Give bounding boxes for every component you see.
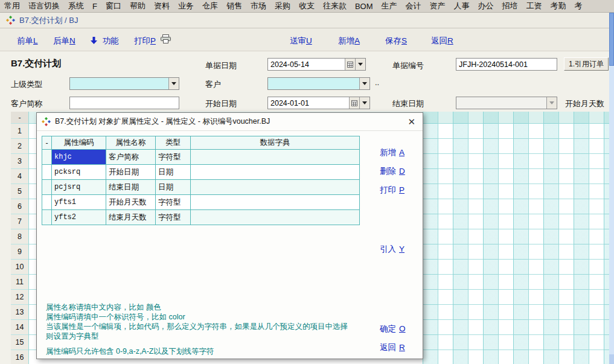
row-number[interactable]: 14 (11, 320, 28, 335)
attr-dict-cell[interactable] (191, 165, 360, 180)
attr-name-cell[interactable]: 开始月天数 (106, 195, 156, 210)
start-date-input[interactable] (268, 97, 349, 109)
scrollbar-down-arrow[interactable] (609, 354, 614, 364)
attr-name-cell[interactable]: 结束月天数 (106, 210, 156, 225)
row-number[interactable]: 9 (11, 244, 28, 260)
return-button[interactable]: 返回R (431, 36, 453, 46)
attr-name-cell[interactable]: 客户简称 (106, 150, 156, 165)
menu-item[interactable]: 往来款 (319, 1, 351, 11)
menu-item[interactable]: 市场 (246, 1, 270, 11)
menu-item[interactable]: 采购 (270, 1, 295, 11)
customer-lookup-button[interactable]: .. (375, 78, 379, 87)
menu-item[interactable]: 工资 (522, 1, 546, 11)
menu-item[interactable]: 会计 (401, 1, 426, 11)
row-number[interactable]: 13 (11, 305, 28, 320)
attr-dict-cell[interactable] (191, 180, 360, 195)
attr-type-cell[interactable]: 字符型 (156, 195, 191, 210)
ref-order-button[interactable]: 1.引用订单 (564, 57, 609, 71)
menu-item[interactable]: 帮助 (126, 1, 150, 11)
vertical-scrollbar[interactable] (609, 13, 614, 364)
dropdown-arrow-button[interactable] (359, 78, 369, 89)
menu-item[interactable]: 语言切换 (24, 1, 64, 11)
scrollbar-thumb[interactable] (609, 13, 614, 66)
customer-combo[interactable] (267, 77, 370, 90)
next-doc-button[interactable]: 后单N (53, 36, 75, 46)
close-icon[interactable]: ✕ (408, 117, 415, 127)
print-button[interactable]: 打印P (134, 36, 156, 46)
row-marker-cell[interactable] (42, 180, 52, 195)
row-number[interactable]: 16 (11, 350, 28, 364)
table-row[interactable]: pcjsrq结束日期日期 (42, 180, 360, 195)
calendar-icon-button[interactable] (349, 97, 359, 109)
menu-item[interactable]: 系统 (64, 1, 88, 11)
menu-item[interactable]: 招培 (498, 1, 522, 11)
tab-title[interactable]: B7.交付计划 / BJ (19, 15, 78, 26)
table-row[interactable]: pcksrq开始日期日期 (42, 165, 360, 180)
calendar-icon-button[interactable] (345, 59, 355, 70)
doc-no-input[interactable] (456, 59, 557, 70)
customer-short-input[interactable] (70, 97, 179, 109)
attr-code-cell[interactable]: yfts1 (52, 195, 106, 210)
prev-doc-button[interactable]: 前单L (17, 36, 38, 46)
parent-type-combo[interactable] (69, 77, 179, 90)
menu-item[interactable]: 资料 (150, 1, 174, 11)
menu-item[interactable]: 常用 (0, 1, 24, 11)
add-button[interactable]: 新增A (338, 36, 360, 46)
dropdown-arrow-button[interactable] (546, 97, 557, 109)
row-number[interactable]: 7 (11, 214, 28, 229)
attr-code-cell[interactable]: khjc (52, 150, 106, 165)
row-number[interactable]: 12 (11, 290, 28, 305)
doc-date-input[interactable] (268, 59, 345, 70)
menu-item[interactable]: F (88, 2, 101, 11)
row-number[interactable]: 4 (11, 169, 28, 184)
row-number[interactable]: 15 (11, 335, 28, 350)
attr-code-cell[interactable]: pcjsrq (52, 180, 106, 195)
functions-button[interactable]: 功能 (91, 36, 119, 46)
row-number[interactable]: 6 (11, 199, 28, 214)
row-number[interactable]: 11 (11, 275, 28, 290)
row-number[interactable]: 3 (11, 154, 28, 169)
table-row[interactable]: khjc客户简称字符型 (42, 150, 360, 165)
attr-type-cell[interactable]: 日期 (156, 180, 191, 195)
menu-item[interactable]: 收支 (295, 1, 319, 11)
end-date-combo[interactable] (456, 97, 557, 109)
attr-dict-cell[interactable] (191, 210, 360, 225)
row-number[interactable]: 5 (11, 184, 28, 199)
menu-item[interactable]: 仓库 (198, 1, 222, 11)
attr-type-cell[interactable]: 日期 (156, 165, 191, 180)
dialog-import-button[interactable]: 引入Y (380, 244, 405, 255)
dropdown-arrow-button[interactable] (168, 78, 179, 89)
attr-dict-cell[interactable] (191, 150, 360, 165)
dialog-print-button[interactable]: 打印P (380, 185, 405, 196)
save-button[interactable]: 保存S (385, 36, 407, 46)
row-number[interactable]: 2 (11, 139, 28, 154)
row-number[interactable]: 10 (11, 260, 28, 275)
attr-type-cell[interactable]: 字符型 (156, 210, 191, 225)
dialog-return-button[interactable]: 返回R (380, 342, 405, 353)
grid-corner-cell[interactable]: - (11, 112, 28, 124)
menu-item[interactable]: 窗口 (101, 1, 126, 11)
row-number[interactable]: 1 (11, 124, 28, 139)
dropdown-arrow-button[interactable] (355, 59, 365, 70)
row-marker-cell[interactable] (42, 210, 52, 225)
attr-name-cell[interactable]: 结束日期 (106, 180, 156, 195)
dialog-ok-button[interactable]: 确定O (380, 324, 406, 334)
table-row[interactable]: yfts2结束月天数字符型 (42, 210, 360, 225)
menu-item[interactable]: 业务 (174, 1, 198, 11)
dialog-delete-button[interactable]: 删除D (380, 166, 405, 177)
menu-item[interactable]: 销售 (222, 1, 246, 11)
menu-item[interactable]: 办公 (474, 1, 498, 11)
attr-code-cell[interactable]: pcksrq (52, 165, 106, 180)
menu-item[interactable]: 生产 (377, 1, 401, 11)
row-number[interactable]: 8 (11, 229, 28, 244)
attr-name-cell[interactable]: 开始日期 (106, 165, 156, 180)
attr-code-cell[interactable]: yfts2 (52, 210, 106, 225)
dropdown-arrow-button[interactable] (359, 97, 369, 109)
attr-dict-cell[interactable] (191, 195, 360, 210)
row-marker-cell[interactable] (42, 150, 52, 165)
menu-item[interactable]: 人事 (450, 1, 474, 11)
printer-icon[interactable] (161, 34, 171, 45)
row-marker-cell[interactable] (42, 195, 52, 210)
dialog-titlebar[interactable]: B7.交付计划 对象扩展属性定义 - 属性定义 - 标识编号voucher.BJ… (37, 113, 423, 131)
dialog-add-button[interactable]: 新增A (380, 147, 405, 158)
